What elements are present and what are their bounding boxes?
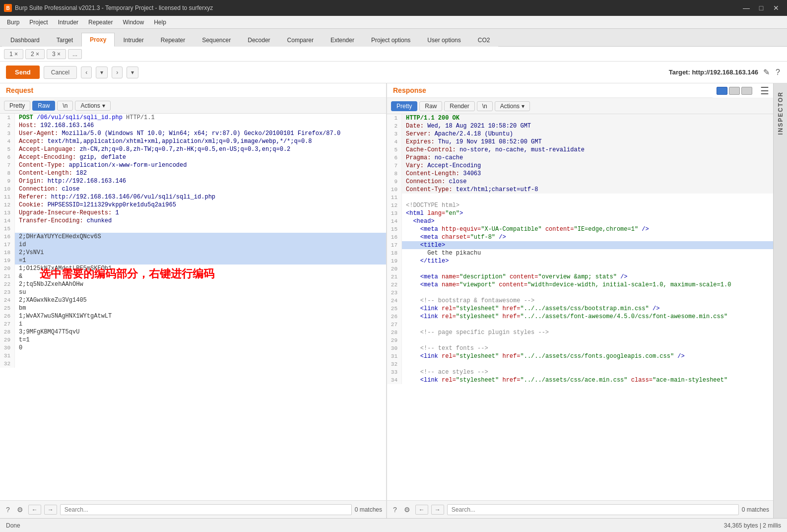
response-line-18: 18 Get the pikachu (387, 249, 773, 257)
menu-project[interactable]: Project (24, 17, 53, 28)
request-line-12: 12 Cookie: PHPSESSID=l21i329vkpp0rke1du5… (0, 201, 386, 209)
response-match-count: 0 matches (742, 506, 769, 513)
layout-split-horizontal[interactable] (717, 87, 727, 95)
tab-comparer[interactable]: Comparer (279, 33, 322, 47)
maximize-button[interactable]: □ (754, 2, 768, 13)
request-line-25: 25 bm (0, 304, 386, 312)
response-render-btn[interactable]: Render (444, 101, 474, 111)
menu-burp[interactable]: Burp (2, 17, 24, 28)
response-line-16: 16 <meta charset="utf-8" /> (387, 233, 773, 241)
close-button[interactable]: ✕ (769, 2, 783, 13)
response-line-10: 10 Content-Type: text/html;charset=utf-8 (387, 186, 773, 194)
cancel-button[interactable]: Cancel (44, 66, 77, 79)
request-line-17: 17 id (0, 241, 386, 249)
request-title: Request (6, 86, 33, 94)
response-search-bar: ? ⚙ ← → 0 matches (387, 500, 773, 518)
response-code-area[interactable]: 1 HTTP/1.1 200 OK 2 Date: Wed, 18 Aug 20… (387, 114, 773, 500)
menu-window[interactable]: Window (118, 17, 149, 28)
request-line-21: 21 & (0, 272, 386, 280)
response-settings-icon[interactable]: ⚙ (402, 505, 412, 515)
nav-back-button[interactable]: ‹ (81, 66, 92, 78)
request-line-24: 24 2;XAGwxNkeZu3Vg1405 (0, 296, 386, 304)
request-code-area[interactable]: 1 POST /06/vul/sqli/sqli_id.php HTTP/1.1… (0, 114, 386, 500)
request-match-count: 0 matches (355, 506, 382, 513)
response-line-14: 14 <head> (387, 217, 773, 225)
response-line-11: 11 (387, 194, 773, 201)
menu-intruder[interactable]: Intruder (53, 17, 83, 28)
response-line-34: 34 <link rel="stylesheet" href="../../as… (387, 376, 773, 384)
response-n-btn[interactable]: \n (477, 101, 493, 111)
request-n-btn[interactable]: \n (57, 101, 73, 111)
tab-user-options[interactable]: User options (419, 33, 469, 47)
request-actions-btn[interactable]: Actions ▾ (75, 101, 110, 111)
response-line-4: 4 Expires: Thu, 19 Nov 1981 08:52:00 GMT (387, 138, 773, 146)
layout-tabbed[interactable] (741, 87, 752, 95)
response-line-9: 9 Connection: close (387, 178, 773, 186)
request-line-29: 29 t=1 (0, 336, 386, 344)
nav-forward-dropdown[interactable]: ▾ (127, 66, 138, 78)
request-raw-btn[interactable]: Raw (32, 101, 55, 111)
response-help-icon[interactable]: ? (391, 505, 399, 515)
request-search-input[interactable] (60, 504, 352, 515)
request-line-26: 26 1;WvAX7wuSNAgHNX1WYtgAtwLT (0, 312, 386, 320)
request-line-18: 18 2;VsNVi (0, 249, 386, 257)
request-line-22: 22 2;tq5NbJZxehAAhOHw (0, 280, 386, 288)
layout-split-vertical[interactable] (729, 87, 740, 95)
tab-decoder[interactable]: Decoder (239, 33, 278, 47)
response-actions-chevron-icon: ▾ (522, 103, 525, 110)
response-search-input[interactable] (447, 504, 739, 515)
status-left: Done (6, 522, 20, 529)
response-line-6: 6 Pragma: no-cache (387, 154, 773, 162)
inspector-toggle[interactable]: ☰ (756, 85, 773, 97)
send-button[interactable]: Send (6, 66, 40, 79)
response-pretty-btn[interactable]: Pretty (391, 101, 417, 111)
response-line-30: 30 <!-- text fonts --> (387, 344, 773, 352)
request-help-icon[interactable]: ? (4, 505, 12, 515)
request-line-30: 30 0 (0, 344, 386, 352)
request-search-forward[interactable]: → (44, 505, 57, 515)
response-actions-btn[interactable]: Actions ▾ (495, 101, 530, 111)
tab-intruder[interactable]: Intruder (115, 33, 152, 47)
request-line-1: 1 POST /06/vul/sqli/sqli_id.php HTTP/1.1 (0, 114, 386, 122)
tab-sequencer[interactable]: Sequencer (194, 33, 239, 47)
response-search-back[interactable]: ← (415, 505, 428, 515)
request-line-14: 14 Transfer-Encoding: chunked (0, 217, 386, 225)
request-search-back[interactable]: ← (28, 505, 41, 515)
sub-tab-3[interactable]: 3 × (47, 49, 66, 59)
request-line-19: 19 =1 (0, 257, 386, 265)
menu-repeater[interactable]: Repeater (83, 17, 118, 28)
tab-target[interactable]: Target (48, 33, 81, 47)
nav-forward-button[interactable]: › (112, 66, 123, 78)
request-line-6: 6 Accept-Encoding: gzip, deflate (0, 153, 386, 161)
sub-tab-2[interactable]: 2 × (25, 49, 45, 59)
tab-extender[interactable]: Extender (322, 33, 363, 47)
response-search-forward[interactable]: → (431, 505, 444, 515)
app-icon: B (4, 4, 12, 12)
tab-co2[interactable]: CO2 (469, 33, 499, 47)
tab-dashboard[interactable]: Dashboard (2, 33, 48, 47)
sub-tab-1[interactable]: 1 × (4, 49, 23, 59)
request-line-31: 31 (0, 352, 386, 360)
target-info: Target: http://192.168.163.146 ✎ ? (669, 66, 781, 78)
response-line-19: 19 </title> (387, 257, 773, 265)
request-line-2: 2 Host: 192.168.163.146 (0, 122, 386, 130)
request-line-23: 23 su (0, 288, 386, 296)
tab-proxy[interactable]: Proxy (81, 33, 115, 47)
response-line-1: 1 HTTP/1.1 200 OK (387, 114, 773, 122)
help-button[interactable]: ? (775, 67, 781, 78)
edit-target-button[interactable]: ✎ (762, 66, 771, 78)
status-right: 34,365 bytes | 2 millis (724, 522, 781, 529)
request-settings-icon[interactable]: ⚙ (15, 505, 25, 515)
nav-back-dropdown[interactable]: ▾ (96, 66, 108, 78)
main-tab-bar: Dashboard Target Proxy Intruder Repeater… (0, 29, 787, 47)
tab-project-options[interactable]: Project options (363, 33, 419, 47)
response-line-27: 27 (387, 321, 773, 329)
request-pretty-btn[interactable]: Pretty (4, 101, 30, 111)
sub-tab-more[interactable]: ... (68, 49, 82, 59)
tab-repeater[interactable]: Repeater (152, 33, 194, 47)
request-line-32: 32 (0, 360, 386, 368)
response-raw-btn[interactable]: Raw (419, 101, 442, 111)
response-line-2: 2 Date: Wed, 18 Aug 2021 10:58:20 GMT (387, 122, 773, 130)
menu-help[interactable]: Help (149, 17, 171, 28)
minimize-button[interactable]: — (739, 2, 753, 13)
